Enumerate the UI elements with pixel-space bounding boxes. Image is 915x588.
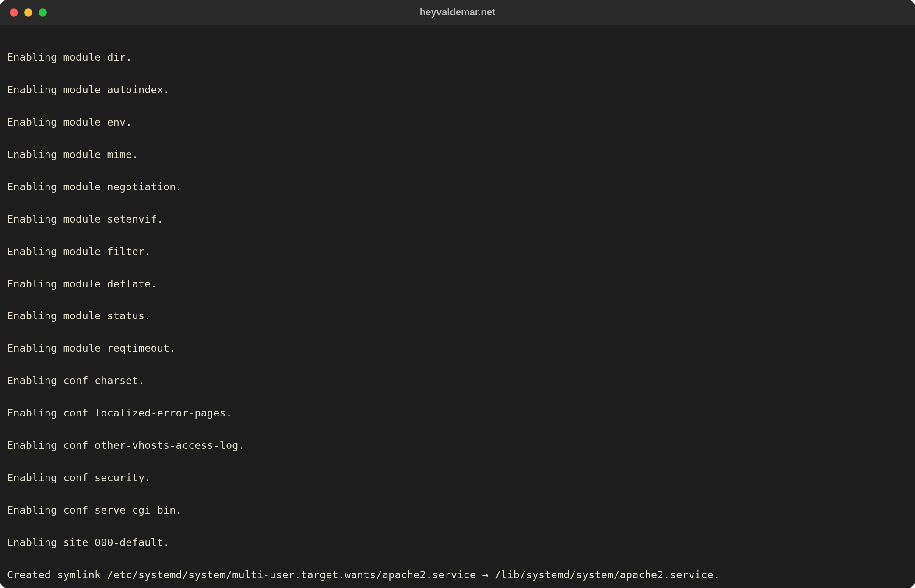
titlebar: heyvaldemar.net	[0, 0, 915, 24]
terminal-output-line: Enabling module status.	[7, 308, 908, 324]
terminal-output-line: Enabling conf localized-error-pages.	[7, 405, 908, 421]
terminal-body[interactable]: Enabling module dir. Enabling module aut…	[0, 24, 915, 588]
terminal-output-line: Enabling module reqtimeout.	[7, 340, 908, 357]
terminal-output-line: Enabling conf charset.	[7, 373, 908, 389]
terminal-output-line: Enabling site 000-default.	[7, 535, 908, 551]
terminal-output-line: Enabling module env.	[7, 114, 908, 130]
window-title: heyvaldemar.net	[0, 7, 915, 18]
terminal-window: heyvaldemar.net Enabling module dir. Ena…	[0, 0, 915, 588]
terminal-output-line: Created symlink /etc/systemd/system/mult…	[7, 567, 908, 583]
terminal-output-line: Enabling module deflate.	[7, 276, 908, 292]
terminal-output-line: Enabling module mime.	[7, 147, 908, 163]
terminal-output-line: Enabling module autoindex.	[7, 82, 908, 98]
terminal-output-line: Enabling module setenvif.	[7, 211, 908, 228]
terminal-output-line: Enabling conf security.	[7, 470, 908, 486]
maximize-icon[interactable]	[39, 8, 47, 17]
terminal-output-line: Enabling module dir.	[7, 49, 908, 66]
terminal-output-line: Enabling module filter.	[7, 244, 908, 260]
close-icon[interactable]	[10, 8, 18, 17]
minimize-icon[interactable]	[24, 8, 32, 17]
terminal-output-line: Enabling conf other-vhosts-access-log.	[7, 438, 908, 454]
terminal-output-line: Enabling module negotiation.	[7, 179, 908, 195]
terminal-output-line: Enabling conf serve-cgi-bin.	[7, 502, 908, 518]
traffic-lights	[10, 8, 47, 17]
